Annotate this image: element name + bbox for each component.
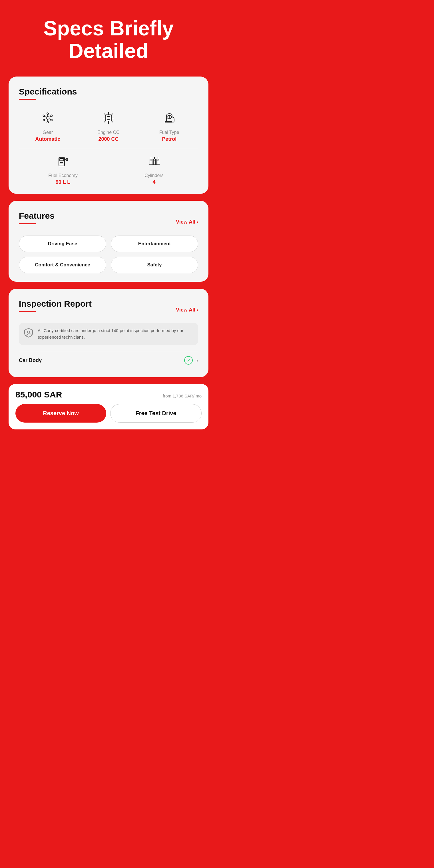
features-card: Features View All › Driving Ease Enterta… [8,201,209,282]
svg-point-32 [150,159,152,160]
svg-point-0 [46,117,49,119]
cylinders-icon [147,154,161,171]
inspection-desc-text: All Carly-certified cars undergo a stric… [38,328,194,340]
inspection-description-box: All Carly-certified cars undergo a stric… [19,323,198,345]
chevron-right-icon: › [196,219,198,225]
features-view-all[interactable]: View All › [176,219,198,225]
gear-value: Automatic [35,136,60,142]
fuel-type-icon [162,111,177,128]
svg-line-22 [112,121,113,122]
engine-icon [101,111,116,128]
svg-point-36 [157,159,159,160]
svg-line-12 [44,119,46,120]
svg-point-1 [47,113,49,115]
gear-label: Gear [43,130,53,135]
svg-rect-29 [66,158,68,161]
fuel-type-label: Fuel Type [159,130,179,135]
features-underline [19,223,36,224]
svg-point-2 [47,121,49,123]
engine-value: 2000 CC [98,136,119,142]
engine-label: Engine CC [97,130,119,135]
spec-underline [19,99,36,100]
fuel-economy-label: Fuel Economy [48,173,78,178]
svg-point-5 [43,119,45,121]
spec-title: Specifications [19,87,77,96]
svg-point-34 [153,159,156,160]
inspection-item-car-body[interactable]: Car Body ✓ › [19,352,198,369]
svg-line-21 [104,121,105,122]
price-row: 85,000 SAR from 1,736 SAR/ mo [16,390,202,399]
reserve-now-button[interactable]: Reserve Now [16,404,106,423]
check-icon: ✓ [184,356,193,365]
features-grid: Driving Ease Entertainment Comfort & Con… [19,236,198,273]
inspection-header: Inspection Report View All › [19,299,198,321]
svg-line-20 [112,114,113,115]
spec-engine: Engine CC 2000 CC [80,111,137,142]
inspection-shield-icon [23,328,34,340]
cta-row: Reserve Now Free Test Drive [16,404,202,423]
svg-line-9 [44,117,46,117]
svg-point-4 [51,115,53,117]
svg-line-19 [104,114,105,115]
specifications-card: Specifications [8,76,209,194]
price-main: 85,000 SAR [16,390,62,399]
inspection-card: Inspection Report View All › All Carly-c… [8,289,209,377]
gear-icon [40,111,55,128]
bottom-bar: 85,000 SAR from 1,736 SAR/ mo Reserve No… [8,384,209,429]
fuel-type-value: Petrol [162,136,177,142]
svg-point-6 [51,119,53,121]
spec-fuel-economy: Fuel Economy 90 L L [19,154,107,185]
car-body-label: Car Body [19,358,42,364]
specs-row1: Gear Automatic Engine CC [19,111,198,142]
free-test-drive-button[interactable]: Free Test Drive [110,404,202,423]
spec-gear: Gear Automatic [19,111,77,142]
spec-fuel-type: Fuel Type Petrol [140,111,198,142]
cylinders-value: 4 [152,179,155,185]
car-body-right: ✓ › [184,356,198,365]
fuel-economy-icon [56,154,70,171]
hero-title: Specs Briefly Detailed [8,17,209,62]
feature-chip-entertainment[interactable]: Entertainment [111,236,198,252]
svg-line-10 [49,119,51,120]
feature-chip-comfort[interactable]: Comfort & Convenience [19,257,106,273]
chevron-right-icon: › [196,307,198,313]
specs-row2: Fuel Economy 90 L L Cylinders [19,148,198,185]
inspection-title: Inspection Report [19,299,92,309]
features-header: Features View All › [19,211,198,233]
fuel-economy-value: 90 L L [56,179,70,185]
svg-line-11 [49,117,51,117]
spec-header: Specifications [19,87,198,108]
inspection-underline [19,311,36,312]
svg-point-3 [43,115,45,117]
price-monthly: from 1,736 SAR/ mo [163,394,202,398]
feature-chip-safety[interactable]: Safety [111,257,198,273]
svg-rect-27 [60,158,64,161]
car-body-chevron-icon: › [196,357,198,364]
spec-cylinders: Cylinders 4 [110,154,198,185]
svg-rect-23 [165,122,172,123]
svg-rect-14 [107,117,110,119]
features-title: Features [19,211,55,221]
svg-rect-13 [105,115,112,121]
cylinders-label: Cylinders [145,173,164,178]
svg-point-39 [27,331,30,333]
feature-chip-driving-ease[interactable]: Driving Ease [19,236,106,252]
inspection-view-all[interactable]: View All › [176,307,198,313]
